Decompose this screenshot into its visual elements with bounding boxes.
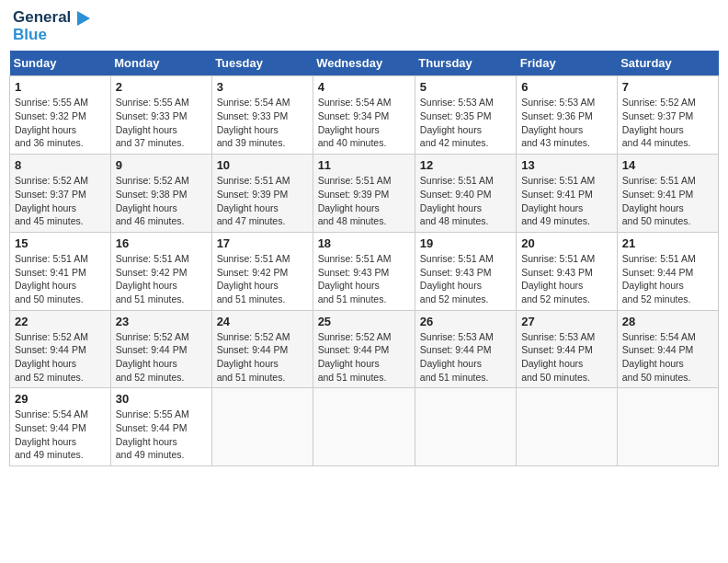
col-friday: Friday [517, 51, 618, 76]
calendar-day: 20 Sunrise: 5:51 AMSunset: 9:43 PMDaylig… [517, 232, 618, 310]
empty-cell [415, 388, 516, 466]
calendar-day: 5 Sunrise: 5:53 AMSunset: 9:35 PMDayligh… [415, 76, 516, 155]
calendar-day: 25 Sunrise: 5:52 AMSunset: 9:44 PMDaylig… [313, 310, 415, 388]
calendar-day: 14 Sunrise: 5:51 AMSunset: 9:41 PMDaylig… [617, 155, 718, 233]
page-header: General Blue [9, 9, 719, 43]
col-thursday: Thursday [415, 51, 516, 76]
week-row-5: 29 Sunrise: 5:54 AMSunset: 9:44 PMDaylig… [10, 388, 719, 466]
week-row-1: 1 Sunrise: 5:55 AMSunset: 9:32 PMDayligh… [10, 76, 719, 155]
calendar-day: 29 Sunrise: 5:54 AMSunset: 9:44 PMDaylig… [10, 388, 111, 466]
col-sunday: Sunday [10, 51, 111, 76]
logo: General Blue [13, 9, 90, 43]
calendar-day: 22 Sunrise: 5:52 AMSunset: 9:44 PMDaylig… [10, 310, 111, 388]
col-monday: Monday [110, 51, 211, 76]
calendar-table: Sunday Monday Tuesday Wednesday Thursday… [9, 51, 719, 466]
empty-cell [211, 388, 313, 466]
empty-cell [617, 388, 718, 466]
calendar-day: 18 Sunrise: 5:51 AMSunset: 9:43 PMDaylig… [313, 232, 415, 310]
calendar-day: 7 Sunrise: 5:52 AMSunset: 9:37 PMDayligh… [617, 76, 718, 155]
week-row-2: 8 Sunrise: 5:52 AMSunset: 9:37 PMDayligh… [10, 155, 719, 233]
calendar-day: 16 Sunrise: 5:51 AMSunset: 9:42 PMDaylig… [110, 232, 211, 310]
calendar-day: 26 Sunrise: 5:53 AMSunset: 9:44 PMDaylig… [415, 310, 516, 388]
calendar-day: 30 Sunrise: 5:55 AMSunset: 9:44 PMDaylig… [110, 388, 211, 466]
logo-chevron-icon [77, 11, 90, 26]
calendar-day: 15 Sunrise: 5:51 AMSunset: 9:41 PMDaylig… [10, 232, 111, 310]
calendar-day: 11 Sunrise: 5:51 AMSunset: 9:39 PMDaylig… [313, 155, 415, 233]
calendar-day: 28 Sunrise: 5:54 AMSunset: 9:44 PMDaylig… [617, 310, 718, 388]
calendar-day: 8 Sunrise: 5:52 AMSunset: 9:37 PMDayligh… [10, 155, 111, 233]
calendar-day: 13 Sunrise: 5:51 AMSunset: 9:41 PMDaylig… [517, 155, 618, 233]
calendar-header-row: Sunday Monday Tuesday Wednesday Thursday… [10, 51, 719, 76]
col-wednesday: Wednesday [313, 51, 415, 76]
calendar-day: 27 Sunrise: 5:53 AMSunset: 9:44 PMDaylig… [517, 310, 618, 388]
calendar-day: 12 Sunrise: 5:51 AMSunset: 9:40 PMDaylig… [415, 155, 516, 233]
col-tuesday: Tuesday [211, 51, 313, 76]
empty-cell [313, 388, 415, 466]
week-row-4: 22 Sunrise: 5:52 AMSunset: 9:44 PMDaylig… [10, 310, 719, 388]
calendar-day: 21 Sunrise: 5:51 AMSunset: 9:44 PMDaylig… [617, 232, 718, 310]
calendar-day: 17 Sunrise: 5:51 AMSunset: 9:42 PMDaylig… [211, 232, 313, 310]
week-row-3: 15 Sunrise: 5:51 AMSunset: 9:41 PMDaylig… [10, 232, 719, 310]
calendar-day: 23 Sunrise: 5:52 AMSunset: 9:44 PMDaylig… [110, 310, 211, 388]
calendar-day: 3 Sunrise: 5:54 AMSunset: 9:33 PMDayligh… [211, 76, 313, 155]
logo-text: General Blue [13, 9, 90, 43]
calendar-day: 6 Sunrise: 5:53 AMSunset: 9:36 PMDayligh… [517, 76, 618, 155]
calendar-day: 2 Sunrise: 5:55 AMSunset: 9:33 PMDayligh… [110, 76, 211, 155]
calendar-day: 10 Sunrise: 5:51 AMSunset: 9:39 PMDaylig… [211, 155, 313, 233]
col-saturday: Saturday [617, 51, 718, 76]
calendar-day: 19 Sunrise: 5:51 AMSunset: 9:43 PMDaylig… [415, 232, 516, 310]
empty-cell [517, 388, 618, 466]
calendar-day: 4 Sunrise: 5:54 AMSunset: 9:34 PMDayligh… [313, 76, 415, 155]
calendar-day: 1 Sunrise: 5:55 AMSunset: 9:32 PMDayligh… [10, 76, 111, 155]
calendar-day: 9 Sunrise: 5:52 AMSunset: 9:38 PMDayligh… [110, 155, 211, 233]
calendar-day: 24 Sunrise: 5:52 AMSunset: 9:44 PMDaylig… [211, 310, 313, 388]
